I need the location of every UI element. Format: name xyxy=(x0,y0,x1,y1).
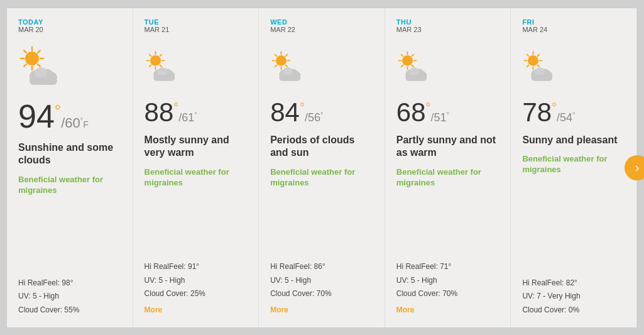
date-label-thu: MAR 23 xyxy=(396,26,499,33)
date-label-today: MAR 20 xyxy=(18,26,121,33)
day-card-wed: WED MAR 22 84°/56° Periods of clouds and… xyxy=(259,8,385,327)
svg-point-36 xyxy=(276,55,287,65)
migraine-thu: Beneficial weather for migraines xyxy=(396,167,499,189)
svg-line-20 xyxy=(160,54,161,56)
condition-wed: Periods of clouds and sun xyxy=(270,134,373,160)
svg-line-46 xyxy=(401,54,403,56)
day-label-fri: FRI xyxy=(522,18,625,26)
svg-line-32 xyxy=(275,54,277,56)
svg-line-6 xyxy=(38,50,40,53)
weather-icon-tue xyxy=(145,45,248,89)
svg-point-12 xyxy=(35,67,47,79)
temp-display-wed: 84°/56° xyxy=(270,97,373,128)
svg-line-5 xyxy=(38,64,40,67)
temp-display-tue: 88°/61° xyxy=(145,97,248,128)
svg-point-64 xyxy=(528,55,538,65)
day-card-tue: TUE MAR 21 88°/61° Mostly sunny and very… xyxy=(133,8,259,327)
date-label-tue: MAR 21 xyxy=(145,26,248,33)
temp-display-thu: 68°/51° xyxy=(396,97,499,128)
svg-line-63 xyxy=(527,65,529,67)
condition-tue: Mostly sunny and very warm xyxy=(145,134,248,160)
day-details-tue: Hi RealFeel: 91° UV: 5 - High Cloud Cove… xyxy=(145,260,248,317)
svg-line-7 xyxy=(24,64,26,67)
day-label-wed: WED xyxy=(270,18,373,26)
weather-widget: TODAY MAR 20 94°/60°F Sunshine an xyxy=(6,8,638,328)
svg-line-47 xyxy=(412,65,413,67)
more-link-tue[interactable]: More xyxy=(145,304,163,317)
svg-rect-41 xyxy=(280,75,301,80)
svg-line-18 xyxy=(149,54,151,56)
migraine-today: Beneficial weather for migraines xyxy=(18,175,121,196)
svg-line-33 xyxy=(286,65,288,67)
svg-line-49 xyxy=(401,65,403,67)
svg-line-21 xyxy=(149,65,151,67)
day-card-today: TODAY MAR 20 94°/60°F Sunshine an xyxy=(7,8,133,327)
more-link-wed[interactable]: More xyxy=(270,304,288,317)
svg-rect-69 xyxy=(532,75,553,80)
svg-point-22 xyxy=(150,55,161,65)
temp-display-today: 94°/60°F xyxy=(18,97,121,135)
svg-line-48 xyxy=(412,54,413,56)
date-label-wed: MAR 22 xyxy=(270,26,373,33)
weather-icon-today xyxy=(18,45,121,89)
weather-icon-wed xyxy=(270,45,373,89)
weather-icon-fri xyxy=(522,45,625,89)
more-link-thu[interactable]: More xyxy=(396,304,415,317)
svg-rect-55 xyxy=(405,75,427,80)
day-label-today: TODAY xyxy=(18,18,121,26)
day-card-fri: FRI MAR 24 78°/54° Sunny and pleasant Be… xyxy=(511,8,637,327)
day-card-thu: THU MAR 23 68°/51° Partly sunny and not … xyxy=(385,8,511,327)
svg-rect-13 xyxy=(30,77,57,85)
day-details-fri: Hi RealFeel: 82° UV: 7 - Very High Cloud… xyxy=(522,277,625,317)
migraine-fri: Beneficial weather for migraines xyxy=(522,154,625,175)
svg-line-61 xyxy=(538,65,540,67)
svg-line-19 xyxy=(160,65,161,67)
svg-point-8 xyxy=(25,52,39,65)
svg-point-50 xyxy=(402,55,413,65)
svg-point-40 xyxy=(283,67,293,76)
day-details-wed: Hi RealFeel: 86° UV: 5 - High Cloud Cove… xyxy=(270,260,373,317)
svg-line-34 xyxy=(286,54,288,56)
svg-line-4 xyxy=(24,50,26,53)
migraine-wed: Beneficial weather for migraines xyxy=(270,167,373,189)
svg-line-35 xyxy=(275,65,277,67)
condition-today: Sunshine and some clouds xyxy=(18,141,121,168)
svg-point-26 xyxy=(157,67,166,76)
svg-point-54 xyxy=(409,67,418,76)
day-details-today: Hi RealFeel: 98° UV: 5 - High Cloud Cove… xyxy=(18,277,121,317)
date-label-fri: MAR 24 xyxy=(522,26,625,33)
migraine-tue: Beneficial weather for migraines xyxy=(145,167,248,189)
day-label-tue: TUE xyxy=(145,18,248,26)
svg-rect-27 xyxy=(153,75,175,80)
condition-fri: Sunny and pleasant xyxy=(522,134,625,147)
day-details-thu: Hi RealFeel: 71° UV: 5 - High Cloud Cove… xyxy=(396,260,499,317)
condition-thu: Partly sunny and not as warm xyxy=(396,134,499,160)
svg-line-60 xyxy=(527,54,529,56)
day-label-thu: THU xyxy=(396,18,499,26)
svg-line-62 xyxy=(538,54,540,56)
temp-display-fri: 78°/54° xyxy=(522,97,625,128)
svg-point-68 xyxy=(535,67,545,76)
weather-icon-thu xyxy=(396,45,499,89)
